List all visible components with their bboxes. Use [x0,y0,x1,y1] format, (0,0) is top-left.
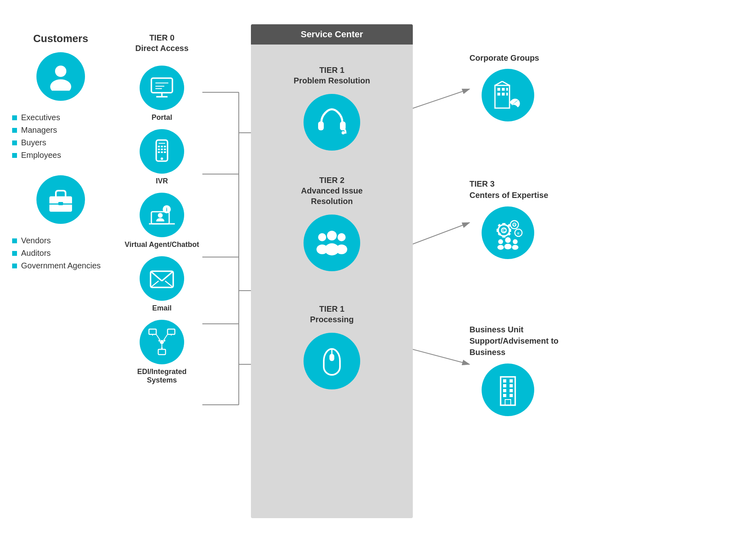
business-unit-title: Business UnitSupport/Advisement toBusine… [469,324,559,358]
list-item-employees: Employees [12,151,61,160]
svg-point-32 [161,157,163,160]
svg-point-106 [513,239,518,244]
svg-rect-58 [158,349,166,355]
svg-point-107 [512,245,518,250]
list-item-buyers: Buyers [12,138,61,147]
service-center-header: Service Center [251,24,413,45]
svg-rect-38 [161,149,163,150]
bullet-government [12,264,17,268]
svg-rect-76 [329,354,334,361]
service-center: Service Center TIER 1 Problem Resolution [251,24,413,518]
svg-rect-40 [158,151,160,153]
list-item-auditors: Auditors [12,249,101,258]
svg-point-69 [318,233,326,241]
edi-icon [140,320,184,364]
svg-rect-80 [497,88,500,91]
svg-text:i: i [166,207,167,213]
svg-rect-115 [503,394,506,397]
portal-label: Portal [151,113,172,122]
list-item-managers: Managers [12,125,61,135]
svg-point-68 [342,131,345,134]
chatbot-label: Virtual Agent/Chatbot [125,240,199,249]
svg-point-53 [160,340,164,344]
svg-rect-36 [164,146,166,147]
svg-text:O: O [513,223,516,227]
svg-rect-109 [503,379,506,383]
corporate-groups-icon [482,69,534,121]
svg-text:E: E [517,232,520,235]
svg-rect-85 [506,93,508,96]
tier1-problem-label: TIER 1 Problem Resolution [294,65,370,86]
bullet-buyers [12,140,17,145]
svg-rect-92 [498,224,501,227]
tier1-processing-label: TIER 1 Processing [310,304,354,325]
svg-line-52 [165,281,173,287]
ivr-label: IVR [156,177,168,185]
list-item-executives: Executives [12,113,61,122]
svg-rect-110 [510,379,513,383]
channel-ivr: IVR [140,129,184,185]
svg-point-45 [158,213,163,218]
svg-point-105 [504,244,512,249]
svg-rect-108 [501,377,515,405]
svg-rect-56 [168,329,175,334]
tier0-section: TIER 0 Direct Access Portal [121,32,202,392]
tier0-title: TIER 0 Direct Access [135,32,189,53]
svg-rect-89 [502,235,505,238]
svg-point-73 [327,231,337,240]
bullet-vendors [12,238,17,243]
channel-email: Email [140,256,184,313]
svg-rect-66 [318,121,324,130]
tier3-item: TIER 3Centers of Expertise [469,178,599,259]
svg-point-71 [338,233,346,241]
svg-rect-34 [158,146,160,147]
customers-section: Customers Executives Managers [12,32,109,286]
svg-point-102 [498,239,503,244]
svg-line-50 [162,271,173,281]
svg-rect-54 [149,329,156,334]
tier2-label: TIER 2 Advanced Issue Resolution [301,175,363,206]
list-item-vendors: Vendors [12,236,101,245]
svg-rect-113 [503,389,506,392]
svg-rect-111 [503,384,506,387]
svg-rect-112 [510,384,513,387]
channel-edi: EDI/Integrated Systems [121,320,202,385]
portal-icon [140,66,184,110]
service-center-body: TIER 1 Problem Resolution [251,45,413,510]
svg-rect-25 [151,78,172,93]
svg-rect-117 [505,400,511,405]
tier1-headset-icon [304,94,360,151]
svg-rect-41 [161,151,163,153]
business-unit-icon [482,364,534,416]
customers-bag [36,175,85,224]
customers-title: Customers [33,32,88,45]
svg-rect-83 [497,93,500,96]
svg-point-74 [325,243,339,255]
corporate-groups-title: Corporate Groups [469,53,539,63]
svg-line-49 [151,271,162,281]
bullet-executives [12,115,17,120]
business-unit-item: Business UnitSupport/Advisement toBusine… [469,324,599,416]
tier2-team-icon [304,215,360,271]
svg-line-51 [151,281,159,287]
ivr-icon [140,129,184,174]
svg-rect-35 [161,146,163,147]
channel-portal: Portal [140,66,184,122]
email-label: Email [152,304,172,313]
svg-rect-82 [506,88,508,91]
svg-rect-91 [509,229,511,232]
svg-text:C: C [502,228,505,233]
tier1-mouse-icon [304,333,360,389]
svg-rect-116 [510,394,513,397]
svg-rect-88 [502,223,505,225]
tier3-icon: C O E [482,206,534,259]
edi-label: EDI/Integrated Systems [121,368,202,385]
diagram-container: Customers Executives Managers [0,0,756,557]
email-icon [140,256,184,301]
channel-chatbot: i Virtual Agent/Chatbot [125,193,199,249]
svg-rect-39 [164,149,166,150]
bullet-employees [12,153,17,158]
briefcase-icon [36,175,85,224]
customers-avatar [36,52,85,101]
list-item-government: Government Agencies [12,261,101,270]
